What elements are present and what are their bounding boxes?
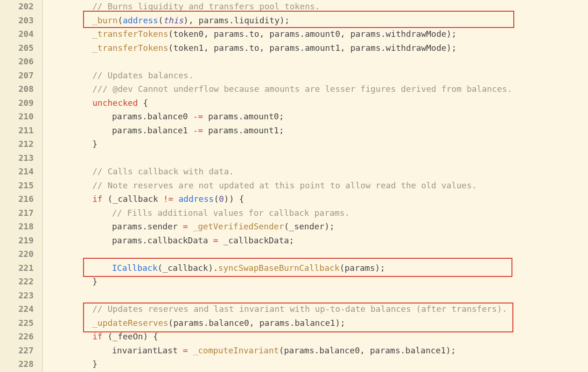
token-type: ICallback — [112, 263, 158, 273]
code-area: // Burns liquidity and transfers pool to… — [43, 0, 588, 372]
code-line: _transferTokens(token0, params.to, param… — [43, 27, 588, 41]
token-fn: _computeInvariant — [193, 345, 279, 355]
code-line: _transferTokens(token1, params.to, param… — [43, 41, 588, 55]
code-line: // Updates balances. — [43, 69, 588, 83]
line-number: 225 — [6, 316, 34, 330]
token-plain: ), params.liquidity); — [183, 15, 290, 25]
token-plain: _callbackData; — [218, 235, 294, 245]
line-number: 210 — [6, 110, 34, 124]
token-num: 0 — [219, 194, 224, 204]
code-line: } — [43, 275, 588, 289]
line-number: 228 — [6, 357, 34, 371]
token-plain: (_callback). — [158, 263, 218, 273]
line-number: 212 — [6, 137, 34, 151]
token-fn: _updateReserves — [92, 318, 168, 328]
code-line: _burn(address(this), params.liquidity); — [43, 14, 588, 28]
token-plain: (token1, params.to, params.amount1, para… — [168, 43, 457, 53]
token-fn: _transferTokens — [92, 29, 168, 39]
token-type: address — [123, 15, 158, 25]
code-line: params.balance0 -= params.amount0; — [43, 110, 588, 124]
token-plain: (token0, params.to, params.amount0, para… — [168, 29, 457, 39]
code-line: } — [43, 137, 588, 151]
token-plain: { — [138, 98, 148, 108]
token-op: = — [183, 221, 188, 231]
token-plain: params.balance0 — [112, 111, 193, 121]
line-number: 223 — [6, 289, 34, 303]
token-plain: } — [92, 139, 98, 149]
token-plain: (params.balance0, params.balance1); — [279, 345, 456, 355]
token-kw: if — [92, 331, 103, 341]
token-kw: unchecked — [92, 98, 138, 108]
code-line: } — [43, 357, 588, 371]
code-line: ICallback(_callback).syncSwapBaseBurnCal… — [43, 261, 588, 275]
line-number: 215 — [6, 179, 34, 193]
token-op: = — [183, 345, 188, 355]
code-line: params.balance1 -= params.amount1; — [43, 124, 588, 138]
line-number: 208 — [6, 82, 34, 96]
token-fn: syncSwapBaseBurnCallback — [218, 263, 340, 273]
line-number: 224 — [6, 302, 34, 316]
code-line: // Calls callback with data. — [43, 165, 588, 179]
token-op: != — [163, 194, 174, 204]
token-kw: if — [92, 194, 103, 204]
code-line: /// @dev Cannot underflow because amount… — [43, 82, 588, 96]
line-number-gutter: 2022032042052062072082092102112122132142… — [0, 0, 43, 372]
token-plain: )) { — [224, 194, 244, 204]
token-plain: } — [92, 359, 98, 369]
line-number: 207 — [6, 69, 34, 83]
token-plain: (_feeOn) { — [103, 331, 158, 341]
token-plain: params.callbackData — [112, 235, 213, 245]
code-line: // Burns liquidity and transfers pool to… — [43, 0, 588, 14]
token-fn: _transferTokens — [92, 43, 168, 53]
token-plain: invariantLast — [112, 345, 183, 355]
token-op: -= — [193, 111, 203, 121]
line-number: 226 — [6, 330, 34, 344]
token-fn: _burn — [92, 15, 118, 25]
line-number: 216 — [6, 192, 34, 206]
line-number: 219 — [6, 234, 34, 248]
token-plain: params.amount0; — [203, 111, 284, 121]
code-line: // Note reserves are not updated at this… — [43, 179, 588, 193]
code-line: if (_callback != address(0)) { — [43, 192, 588, 206]
token-plain: (_callback — [103, 194, 163, 204]
line-number: 202 — [6, 0, 34, 14]
token-type: address — [178, 194, 214, 204]
line-number: 206 — [6, 55, 34, 69]
code-line: unchecked { — [43, 96, 588, 110]
code-viewport: 2022032042052062072082092102112122132142… — [0, 0, 588, 372]
line-number: 204 — [6, 27, 34, 41]
code-line: if (_feeOn) { — [43, 330, 588, 344]
token-plain: params.amount1; — [203, 125, 284, 135]
token-comment: /// @dev Cannot underflow because amount… — [92, 84, 512, 94]
line-number: 205 — [6, 41, 34, 55]
token-plain: params.sender — [112, 221, 183, 231]
token-op: = — [213, 235, 218, 245]
line-number: 227 — [6, 344, 34, 358]
code-line: // Updates reserves and last invariant w… — [43, 302, 588, 316]
token-comment: // Updates balances. — [92, 70, 194, 80]
token-fn: _getVerifiedSender — [193, 221, 284, 231]
token-plain: ( — [118, 15, 123, 25]
token-plain — [188, 345, 193, 355]
token-comment: // Burns liquidity and transfers pool to… — [92, 1, 320, 11]
token-plain: ( — [214, 194, 219, 204]
code-line: invariantLast = _computeInvariant(params… — [43, 344, 588, 358]
line-number: 220 — [6, 247, 34, 261]
line-number: 213 — [6, 151, 34, 165]
token-comment: // Calls callback with data. — [92, 166, 234, 176]
token-plain: } — [92, 276, 98, 286]
line-number: 218 — [6, 220, 34, 234]
token-plain: ( — [158, 15, 163, 25]
line-number: 209 — [6, 96, 34, 110]
code-line: params.sender = _getVerifiedSender(_send… — [43, 220, 588, 234]
line-number: 203 — [6, 14, 34, 28]
token-plain — [173, 194, 178, 204]
code-line: _updateReserves(params.balance0, params.… — [43, 316, 588, 330]
token-plain: params.balance1 — [112, 125, 193, 135]
token-plain: (_sender); — [284, 221, 334, 231]
token-plain — [188, 221, 193, 231]
token-op: -= — [193, 125, 203, 135]
line-number: 222 — [6, 275, 34, 289]
token-this: this — [163, 15, 183, 25]
line-number: 214 — [6, 165, 34, 179]
